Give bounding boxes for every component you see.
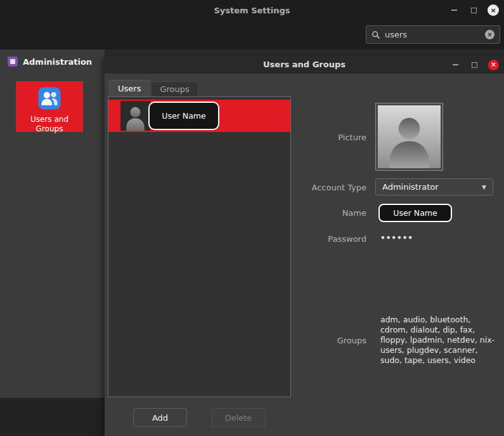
close-button[interactable]: × [488, 4, 499, 16]
user-list-row-selected[interactable]: User Name [108, 100, 290, 132]
sidebar-item-users-and-groups[interactable]: Users and Groups [16, 81, 83, 132]
account-type-value: Administrator [382, 182, 482, 192]
dialog-close-button[interactable]: × [488, 60, 499, 70]
minimize-icon [453, 64, 458, 65]
maximize-button[interactable] [468, 4, 479, 16]
sidebar-item-label: Users and Groups [23, 115, 75, 134]
search-value: users [385, 30, 481, 39]
users-and-groups-dialog: Users and Groups × Users Groups [105, 56, 504, 436]
clear-search-icon[interactable]: × [485, 30, 494, 39]
window-controls: × [448, 4, 499, 16]
password-field[interactable]: •••••• [380, 234, 413, 242]
minimize-icon [451, 10, 457, 11]
window-title: System Settings [0, 6, 504, 15]
chevron-down-icon: ▼ [482, 184, 486, 190]
settings-sidebar-lower [0, 398, 105, 436]
delete-button: Delete [211, 408, 266, 427]
dialog-title: Users and Groups [105, 56, 504, 74]
minimize-button[interactable] [448, 4, 460, 16]
sidebar-section-label: Administration [23, 57, 92, 67]
name-label: Name [271, 208, 366, 218]
system-settings-titlebar: System Settings × users × [0, 0, 504, 50]
name-field[interactable]: User Name [378, 204, 452, 222]
users-groups-icon [37, 86, 62, 113]
search-icon [372, 30, 380, 39]
sidebar-section-administration: Administration [8, 56, 92, 67]
picture-label: Picture [271, 133, 366, 142]
administration-icon-glyph [10, 59, 15, 64]
tab-users[interactable]: Users [109, 80, 150, 96]
maximize-icon [471, 8, 477, 13]
search-input[interactable]: users × [366, 25, 500, 44]
administration-icon [8, 56, 18, 67]
groups-value: adm, audio, bluetooth, cdrom, dialout, d… [380, 315, 496, 366]
close-icon: × [490, 7, 496, 14]
dialog-titlebar[interactable]: Users and Groups × [105, 56, 504, 74]
account-type-dropdown[interactable]: Administrator ▼ [375, 178, 493, 195]
tab-groups[interactable]: Groups [151, 81, 198, 96]
dialog-tabs: Users Groups [109, 80, 198, 96]
dialog-minimize-button[interactable] [450, 60, 461, 70]
dialog-window-controls: × [450, 56, 499, 74]
groups-label: Groups [271, 336, 366, 345]
account-type-label: Account Type [271, 183, 366, 192]
user-picture-button[interactable] [375, 103, 443, 171]
user-list[interactable]: User Name [108, 96, 291, 397]
close-icon: × [491, 62, 496, 68]
password-label: Password [271, 234, 366, 244]
maximize-icon [472, 62, 477, 68]
user-row-avatar [120, 101, 150, 131]
add-button[interactable]: Add [133, 408, 187, 427]
dialog-maximize-button[interactable] [469, 60, 480, 70]
user-name-entry[interactable]: User Name [148, 102, 219, 130]
